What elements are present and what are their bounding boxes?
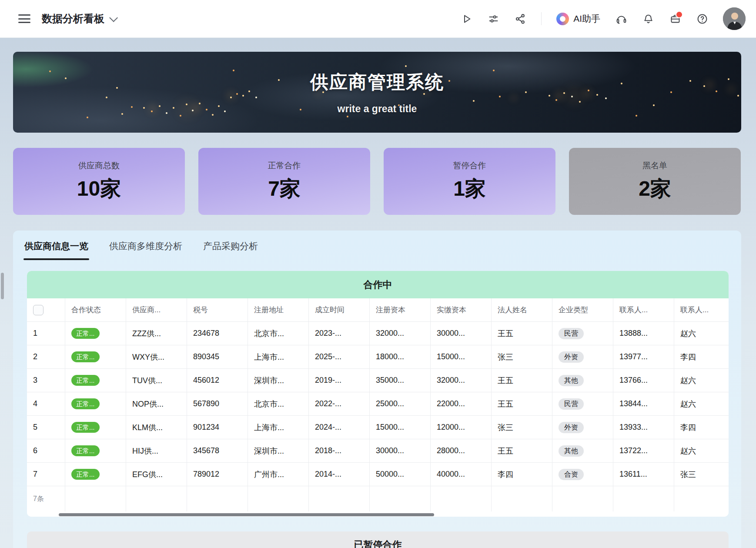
hero-banner: 供应商管理系统 write a great title	[13, 52, 741, 133]
table-row[interactable]: 2正常...WXY供...890345上海市...2025-...18000..…	[27, 345, 729, 369]
topbar-actions: AI助手	[460, 0, 756, 37]
tab-bar: 供应商信息一览 供应商多维度分析 产品采购分析	[23, 237, 259, 260]
company-type-pill: 其他	[559, 375, 584, 386]
column-header[interactable]: 联系人...	[613, 298, 674, 322]
user-avatar[interactable]	[723, 7, 746, 30]
horizontal-scrollbar-thumb[interactable]	[59, 513, 434, 516]
column-header[interactable]: 供应商...	[126, 298, 187, 322]
inbox-briefcase-button[interactable]	[669, 13, 681, 25]
cell-name: ZZZ供...	[126, 322, 187, 345]
cell-founded: 2022-...	[309, 392, 370, 416]
cell-legal: 王五	[492, 322, 552, 345]
hero-subtitle: write a great title	[13, 103, 741, 115]
tab-supplier-overview[interactable]: 供应商信息一览	[23, 237, 89, 260]
dashboard-title-dropdown[interactable]: 数据分析看板	[42, 12, 116, 26]
tab-procurement-analysis[interactable]: 产品采购分析	[202, 237, 259, 260]
top-bar: 数据分析看板 AI助手	[0, 0, 756, 38]
cell-company-type: 民营	[552, 322, 613, 345]
cell-tax: 789012	[187, 463, 248, 486]
company-type-pill: 外资	[559, 351, 584, 363]
help-button[interactable]	[696, 13, 708, 25]
table-row[interactable]: 6正常...HIJ供...345678深圳市...2018-...30000..…	[27, 439, 729, 463]
cell-name: KLM供...	[126, 416, 187, 439]
settings-sliders-button[interactable]	[487, 13, 499, 25]
ai-assistant-icon	[556, 13, 569, 25]
group-banner-cooperating: 合作中	[27, 271, 729, 298]
column-header[interactable]: 成立时间	[309, 298, 370, 322]
cell-addr: 上海市...	[248, 345, 309, 369]
column-header[interactable]: 合作状态	[65, 298, 126, 322]
ai-assistant-button[interactable]: AI助手	[556, 13, 600, 25]
column-header[interactable]: 实缴资本	[431, 298, 492, 322]
column-header[interactable]: 联系人...	[674, 298, 729, 322]
table-row[interactable]: 4正常...NOP供...567890北京市...2022-...25000..…	[27, 392, 729, 416]
cell-name: HIJ供...	[126, 439, 187, 463]
cell-founded: 2023-...	[309, 322, 370, 345]
table-row[interactable]: 1正常...ZZZ供...234678北京市...2023-...32000..…	[27, 322, 729, 345]
stat-card-normal-cooperation: 正常合作 7家	[198, 148, 370, 215]
stat-value: 2家	[639, 175, 671, 203]
cell-legal: 张三	[492, 345, 552, 369]
cell-paid_cap: 22000...	[431, 392, 492, 416]
chevron-down-icon	[109, 13, 118, 22]
cell-contact: 赵六	[674, 439, 729, 463]
horizontal-scrollbar	[27, 513, 729, 517]
cell-phone: 13888...	[613, 322, 674, 345]
company-type-pill: 合资	[559, 469, 584, 480]
stat-value: 7家	[268, 175, 301, 203]
cell-reg_cap: 18000...	[370, 345, 431, 369]
cell-phone: 13766...	[613, 369, 674, 392]
status-pill: 正常...	[71, 328, 100, 339]
table-scroll-area: 合作状态供应商...税号注册地址成立时间注册资本实缴资本法人姓名企业类型联系人.…	[27, 298, 729, 511]
table-row[interactable]: 3正常...TUV供...456012深圳市...2019-...35000..…	[27, 369, 729, 392]
cell-addr: 广州市...	[248, 463, 309, 486]
cell-founded: 2018-...	[309, 439, 370, 463]
cell-founded: 2025-...	[309, 345, 370, 369]
column-header[interactable]: 企业类型	[552, 298, 613, 322]
cell-contact: 赵六	[674, 369, 729, 392]
cell-phone: 13722...	[613, 439, 674, 463]
notifications-bell-button[interactable]	[642, 13, 654, 25]
headset-support-button[interactable]	[615, 13, 627, 25]
cell-reg_cap: 25000...	[370, 392, 431, 416]
table-row[interactable]: 5正常...KLM供...901234上海市...2024-...15000..…	[27, 416, 729, 439]
menu-icon[interactable]	[18, 14, 30, 23]
cell-tax: 567890	[187, 392, 248, 416]
cell-tax: 345678	[187, 439, 248, 463]
row-index: 3	[27, 369, 65, 392]
cell-reg_cap: 32000...	[370, 322, 431, 345]
cell-legal: 李四	[492, 463, 552, 486]
column-header[interactable]: 注册资本	[370, 298, 431, 322]
status-pill: 正常...	[71, 375, 100, 386]
column-header[interactable]: 税号	[187, 298, 248, 322]
cell-company-type: 其他	[552, 439, 613, 463]
table-row[interactable]: 7正常...EFG供...789012广州市...2014-...50000..…	[27, 463, 729, 486]
column-header[interactable]: 注册地址	[248, 298, 309, 322]
page-vertical-scrollbar-thumb[interactable]	[1, 273, 4, 299]
present-play-button[interactable]	[460, 13, 472, 25]
cell-name: WXY供...	[126, 345, 187, 369]
status-pill: 正常...	[71, 398, 100, 409]
cell-legal: 王五	[492, 369, 552, 392]
cell-status: 正常...	[65, 416, 126, 439]
company-type-pill: 民营	[559, 328, 584, 339]
group-banner-paused: 已暂停合作	[354, 538, 402, 548]
cell-status: 正常...	[65, 392, 126, 416]
select-all-checkbox[interactable]	[33, 305, 43, 315]
share-button[interactable]	[514, 13, 526, 25]
stat-label: 正常合作	[268, 160, 301, 171]
status-pill: 正常...	[71, 445, 100, 456]
stat-value: 1家	[453, 175, 486, 203]
hero-title: 供应商管理系统	[13, 70, 741, 94]
row-index: 7	[27, 463, 65, 486]
column-header[interactable]: 法人姓名	[492, 298, 552, 322]
row-index: 2	[27, 345, 65, 369]
cell-paid_cap: 28000...	[431, 439, 492, 463]
cell-founded: 2019-...	[309, 369, 370, 392]
footer-empty-cell	[65, 486, 126, 512]
table-header-row: 合作状态供应商...税号注册地址成立时间注册资本实缴资本法人姓名企业类型联系人.…	[27, 298, 729, 322]
stat-label: 暂停合作	[453, 160, 486, 171]
stat-card-blacklist: 黑名单 2家	[569, 148, 741, 215]
cell-addr: 北京市...	[248, 392, 309, 416]
tab-supplier-analysis[interactable]: 供应商多维度分析	[108, 237, 183, 260]
